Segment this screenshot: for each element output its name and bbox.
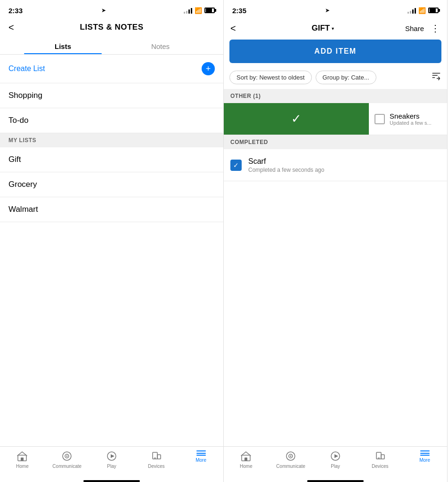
play-icon-right (330, 450, 341, 462)
nav-more-left[interactable]: More (179, 450, 223, 469)
left-phone-panel: 2:33 ➤ 📶 < LISTS & NOTES Lists Notes (0, 0, 224, 482)
nav-home-right[interactable]: Home (224, 450, 269, 469)
back-button-left[interactable]: < (8, 22, 14, 33)
communicate-icon-right (285, 450, 296, 462)
svg-rect-8 (157, 455, 161, 459)
svg-marker-6 (111, 454, 114, 458)
bottom-nav-right: Home Communicate Play Devices (224, 446, 447, 478)
list-section-items: Shopping To-do MY LISTS Gift Grocery Wal… (0, 83, 223, 446)
signal-bars-right (407, 7, 416, 14)
nav-devices-label-left: Devices (148, 464, 165, 469)
play-icon-left (106, 450, 117, 462)
status-bar-left: 2:33 ➤ 📶 (0, 0, 223, 19)
add-item-button[interactable]: ADD ITEM (229, 40, 441, 63)
signal-bar-3 (188, 9, 190, 14)
devices-icon-right (375, 450, 386, 462)
battery-icon-right (428, 8, 439, 13)
location-icon-right: ➤ (325, 7, 330, 14)
nav-home-label-left: Home (16, 464, 29, 469)
my-lists-section-label: MY LISTS (0, 133, 223, 147)
svg-rect-1 (21, 458, 24, 461)
sort-order-icon[interactable] (431, 71, 441, 84)
nav-play-label-left: Play (107, 464, 116, 469)
home-bar-right (307, 480, 364, 482)
tabs-row-left: Lists Notes (0, 38, 223, 55)
status-icons-right: 📶 (407, 7, 439, 14)
nav-more-right[interactable]: More (402, 450, 447, 469)
scarf-item-row[interactable]: ✓ Scarf Completed a few seconds ago (224, 149, 447, 181)
scarf-checkbox[interactable]: ✓ (230, 160, 242, 171)
status-bar-right: 2:35 ➤ 📶 (224, 0, 447, 19)
sort-filter-chip[interactable]: Sort by: Newest to oldest (229, 71, 312, 84)
more-lines-icon-right (420, 450, 430, 456)
signal-bar-4 (191, 8, 192, 14)
signal-bar-1 (184, 12, 185, 14)
nav-devices-label-right: Devices (372, 464, 389, 469)
tab-lists[interactable]: Lists (14, 38, 112, 54)
home-icon-right (240, 450, 252, 462)
scarf-item-info: Scarf Completed a few seconds ago (248, 157, 447, 173)
communicate-icon-left (61, 450, 73, 462)
nav-devices-left[interactable]: Devices (134, 450, 179, 469)
sneakers-item-row[interactable]: ✓ Sneakers Updated a few s... (224, 103, 447, 135)
nav-home-left[interactable]: Home (0, 450, 45, 469)
tab-notes[interactable]: Notes (112, 38, 209, 54)
nav-devices-right[interactable]: Devices (358, 450, 402, 469)
completed-section-header: COMPLETED (224, 135, 447, 149)
bottom-nav-left: Home Communicate Play Devices (0, 446, 223, 478)
devices-icon-left (151, 450, 162, 462)
nav-communicate-right[interactable]: Communicate (269, 450, 313, 469)
sneakers-item-name: Sneakers (390, 112, 432, 120)
signal-bar-2 (186, 11, 187, 14)
list-item-shopping[interactable]: Shopping (0, 83, 223, 108)
battery-fill-left (206, 8, 212, 12)
wifi-icon-right: 📶 (418, 7, 426, 14)
sneakers-item-meta: Updated a few s... (390, 120, 432, 126)
sneakers-item-content: Sneakers Updated a few s... (369, 103, 447, 135)
list-item-gift[interactable]: Gift (0, 147, 223, 172)
svg-rect-15 (244, 458, 247, 461)
swipe-check-icon: ✓ (291, 112, 301, 126)
svg-point-18 (290, 456, 292, 457)
swipe-complete-bg: ✓ (224, 103, 369, 135)
more-menu-button[interactable]: ⋮ (431, 23, 440, 34)
signal-bars-left (184, 7, 192, 14)
app-title-left: LISTS & NOTES (80, 23, 144, 32)
other-section-header: OTHER (1) (224, 89, 447, 103)
gift-title: GIFT (311, 24, 330, 33)
list-item-walmart[interactable]: Walmart (0, 197, 223, 222)
nav-communicate-left[interactable]: Communicate (45, 450, 90, 469)
nav-home-label-right: Home (240, 464, 253, 469)
sneakers-item-info: Sneakers Updated a few s... (390, 112, 432, 126)
status-icons-left: 📶 (184, 7, 215, 14)
dropdown-arrow[interactable]: ▾ (332, 26, 334, 31)
location-icon-left: ➤ (101, 7, 106, 14)
right-phone-panel: 2:35 ➤ 📶 < GIFT ▾ Share ⋮ ADD ITEM (224, 0, 448, 482)
share-button[interactable]: Share (405, 24, 424, 32)
plus-circle-button[interactable]: + (202, 62, 215, 75)
nav-communicate-label-left: Communicate (52, 464, 81, 469)
battery-icon-left (204, 8, 215, 13)
create-list-row[interactable]: Create List + (0, 55, 223, 83)
nav-more-label-right: More (419, 458, 430, 463)
home-bar-left (83, 480, 140, 482)
scarf-item-meta: Completed a few seconds ago (248, 167, 442, 173)
svg-point-4 (66, 456, 68, 457)
list-item-todo[interactable]: To-do (0, 108, 223, 133)
svg-rect-22 (381, 455, 384, 459)
sneakers-checkbox[interactable] (375, 114, 385, 124)
back-button-right[interactable]: < (230, 23, 236, 34)
app-header-right: < GIFT ▾ Share ⋮ (224, 19, 447, 40)
list-item-grocery[interactable]: Grocery (0, 172, 223, 197)
nav-communicate-label-right: Communicate (276, 464, 305, 469)
status-time-left: 2:33 (8, 7, 23, 15)
nav-play-left[interactable]: Play (90, 450, 134, 469)
create-list-text: Create List (8, 64, 45, 73)
wifi-icon-left: 📶 (195, 7, 202, 14)
group-filter-chip[interactable]: Group by: Cate... (316, 71, 376, 84)
scarf-item-name: Scarf (248, 157, 442, 166)
nav-more-label-left: More (195, 458, 206, 463)
header-actions: Share ⋮ (405, 23, 440, 34)
nav-play-right[interactable]: Play (313, 450, 358, 469)
filter-row: Sort by: Newest to oldest Group by: Cate… (224, 68, 447, 89)
